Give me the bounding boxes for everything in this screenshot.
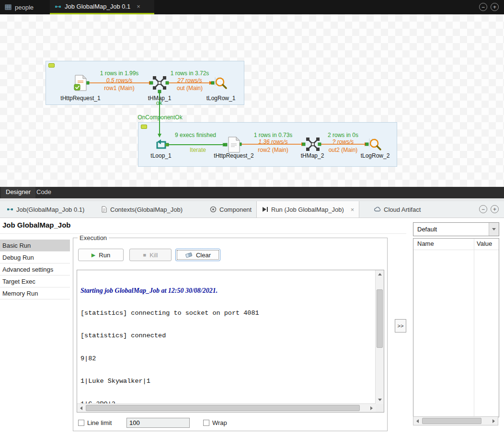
scroll-left-arrow[interactable]	[77, 404, 85, 412]
wrap-label: Wrap	[212, 419, 227, 426]
close-icon[interactable]: ×	[351, 206, 355, 213]
component-label[interactable]: tHttpRequest_1	[60, 95, 100, 102]
minimize-panel-button[interactable]: −	[479, 205, 487, 213]
link-label[interactable]: out2 (Main)	[329, 147, 358, 153]
chevron-down-icon[interactable]	[489, 223, 499, 236]
trigger-label[interactable]: OnComponentOk	[137, 114, 182, 121]
component-thmap-1[interactable]	[152, 75, 167, 92]
panel-tabbar: Job(GlobalMap_Job 0.1) Contexts(GlobalMa…	[0, 201, 504, 218]
subjob-collapse-toggle[interactable]	[141, 125, 147, 129]
tlogrow-icon	[368, 138, 382, 151]
editor-tabbar: people Job GlobalMap_Job 0.1 × − +	[0, 0, 504, 14]
scrollbar-corner	[376, 404, 384, 412]
context-value: Default	[413, 226, 489, 233]
link-label[interactable]: row2 (Main)	[258, 147, 288, 153]
console-horizontal-scrollbar[interactable]	[77, 403, 376, 412]
view-switch-bar: Designer Code	[0, 187, 504, 198]
sidebar-item-memory-run[interactable]: Memory Run	[0, 287, 70, 299]
console-line: 9|82	[80, 355, 374, 363]
context-panel-horizontal-scrollbar[interactable]	[413, 416, 498, 425]
maximize-panel-button[interactable]: +	[491, 205, 499, 213]
tab-designer[interactable]: Designer	[1, 187, 35, 200]
scrollbar-thumb[interactable]	[377, 289, 383, 348]
console-vertical-scrollbar[interactable]	[375, 270, 384, 404]
tab-contexts[interactable]: Contexts(GlobalMap_Job)	[96, 201, 187, 218]
contexts-icon	[101, 206, 107, 213]
scroll-up-arrow[interactable]	[376, 270, 384, 278]
run-button[interactable]: ▶ Run	[78, 249, 124, 261]
component-label[interactable]: tHMap_2	[301, 152, 324, 159]
sidebar-item-target-exec[interactable]: Target Exec	[0, 275, 70, 287]
expand-context-panel-button[interactable]: >>	[395, 319, 406, 333]
component-icon	[210, 206, 217, 213]
column-separator	[474, 239, 474, 417]
trigger-ok-label: ok	[156, 100, 162, 106]
subjob-collapse-toggle[interactable]	[48, 63, 55, 68]
play-icon: ▶	[92, 252, 95, 258]
minimize-view-button[interactable]: −	[479, 3, 487, 11]
tab-run[interactable]: Run (Job GlobalMap_Job) ×	[256, 201, 359, 218]
sidebar-item-debug-run[interactable]: Debug Run	[0, 252, 70, 264]
cloud-icon	[374, 206, 381, 213]
scrollbar-thumb[interactable]	[86, 405, 360, 411]
job-design-canvas[interactable]: 1 rows in 1.99s 0.5 rows/s row1 (Main) 1…	[0, 14, 504, 187]
link-label[interactable]: row1 (Main)	[104, 85, 134, 92]
link-rate: 27 rows/s	[177, 77, 202, 84]
close-icon[interactable]: ×	[137, 3, 140, 10]
component-tloop-1[interactable]	[154, 138, 168, 153]
scrollbar-thumb[interactable]	[422, 418, 481, 424]
console-line: [statistics] connected	[80, 332, 374, 340]
column-header-value: Value	[477, 240, 492, 247]
scroll-right-arrow[interactable]	[367, 404, 376, 412]
link-rate: ? rows/s	[332, 138, 354, 145]
link-rate: 1.36 rows/s	[258, 138, 287, 145]
job-icon	[7, 206, 13, 213]
divider	[413, 250, 499, 250]
tab-job[interactable]: Job(GlobalMap_Job 0.1)	[2, 201, 89, 218]
tab-job-globalmap[interactable]: Job GlobalMap_Job 0.1 ×	[50, 0, 154, 14]
component-tlogrow-1[interactable]	[214, 76, 228, 92]
component-label[interactable]: tLoop_1	[150, 152, 171, 159]
tab-cloud-artifact[interactable]: Cloud Artifact	[369, 201, 425, 218]
console-output[interactable]: Starting job GlobalMap_Job at 12:50 30/0…	[77, 270, 384, 413]
component-tlogrow-2[interactable]	[368, 138, 382, 153]
tab-code[interactable]: Code	[32, 187, 56, 198]
run-view-icon	[262, 206, 268, 213]
tab-component[interactable]: Component	[205, 201, 256, 218]
link-label[interactable]: Iterate	[190, 147, 206, 153]
link-label[interactable]: out (Main)	[177, 85, 203, 92]
console-line: 1|Luke Skywalker|1	[80, 378, 374, 385]
column-header-name: Name	[417, 240, 434, 247]
component-thttprequest-1[interactable]	[74, 75, 87, 93]
link-stats: 1 rows in 0.73s	[254, 132, 293, 138]
console-text: Starting job GlobalMap_Job at 12:50 30/0…	[80, 272, 374, 403]
context-dropdown[interactable]: Default	[413, 222, 499, 236]
maximize-view-button[interactable]: +	[491, 3, 499, 11]
link-rate: 0.5 rows/s	[106, 77, 133, 84]
scroll-down-arrow[interactable]	[376, 396, 384, 404]
scroll-left-arrow[interactable]	[413, 417, 422, 425]
sidebar-item-basic-run[interactable]: Basic Run	[0, 240, 70, 252]
line-limit-checkbox[interactable]	[78, 420, 84, 426]
job-icon	[55, 3, 61, 10]
wrap-checkbox[interactable]	[203, 420, 209, 426]
tloop-icon	[154, 138, 168, 151]
sidebar-item-advanced-settings[interactable]: Advanced settings	[0, 264, 70, 275]
component-thmap-2[interactable]	[305, 137, 321, 154]
link-stats: 1 rows in 1.99s	[100, 70, 139, 77]
line-limit-input[interactable]	[126, 418, 190, 428]
component-label[interactable]: tHttpRequest_2	[214, 152, 253, 159]
clear-button[interactable]: Clear	[175, 249, 220, 261]
line-limit-label: Line limit	[87, 419, 112, 426]
tab-people[interactable]: people	[0, 0, 49, 14]
kill-button[interactable]: ■ Kill	[129, 249, 172, 261]
table-icon	[5, 4, 11, 11]
component-label[interactable]: tLogRow_2	[361, 152, 390, 159]
thmap-icon	[305, 137, 321, 152]
link-stats: 9 execs finished	[175, 132, 216, 138]
component-label[interactable]: tLogRow_1	[206, 95, 236, 102]
divider	[0, 233, 406, 234]
clear-icon	[185, 252, 193, 258]
execution-legend: Execution	[78, 234, 109, 241]
scroll-right-arrow[interactable]	[490, 417, 498, 425]
